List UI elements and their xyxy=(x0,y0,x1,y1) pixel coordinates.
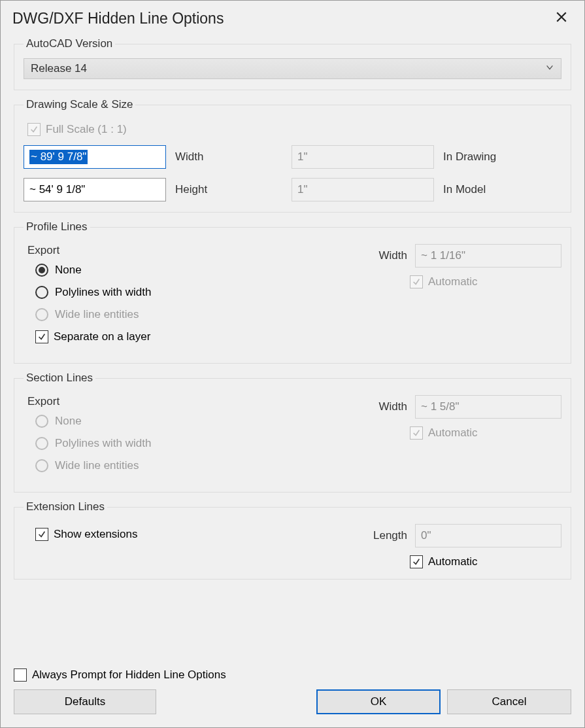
profile-wide-label: Wide line entities xyxy=(55,308,139,321)
profile-export-label: Export xyxy=(27,244,372,257)
extension-lines-group: Extension Lines Show extensions Length 0… xyxy=(14,500,571,580)
defaults-button[interactable]: Defaults xyxy=(14,689,156,714)
extension-automatic-label: Automatic xyxy=(428,555,478,568)
height-label: Height xyxy=(166,183,292,196)
profile-automatic-label: Automatic xyxy=(428,275,478,288)
always-prompt-checkbox[interactable] xyxy=(14,668,27,682)
section-none-radio xyxy=(35,415,48,428)
in-model-input: 1" xyxy=(292,178,434,201)
section-none-label: None xyxy=(55,415,82,428)
close-icon xyxy=(556,11,567,23)
extension-length-input: 0" xyxy=(415,524,561,547)
section-export-label: Export xyxy=(27,395,372,408)
profile-none-radio[interactable] xyxy=(35,264,48,277)
always-prompt-label: Always Prompt for Hidden Line Options xyxy=(32,668,226,682)
section-lines-group: Section Lines Export None Polylines with… xyxy=(14,372,571,493)
profile-lines-legend: Profile Lines xyxy=(24,220,90,234)
profile-separate-label: Separate on a layer xyxy=(54,330,150,343)
in-drawing-input: 1" xyxy=(292,145,434,169)
profile-automatic-checkbox xyxy=(410,275,423,288)
dialog-title: DWG/DXF Hidden Line Options xyxy=(12,10,224,27)
in-model-label: In Model xyxy=(434,183,486,196)
extension-automatic-checkbox[interactable] xyxy=(410,555,423,568)
title-bar: DWG/DXF Hidden Line Options xyxy=(1,1,584,35)
profile-lines-group: Profile Lines Export None Polylines with… xyxy=(14,220,571,364)
full-scale-checkbox xyxy=(27,123,41,136)
section-width-input: ~ 1 5/8" xyxy=(415,395,561,419)
ok-button[interactable]: OK xyxy=(316,689,441,714)
profile-wide-radio xyxy=(35,308,48,321)
profile-polylines-label: Polylines with width xyxy=(55,286,151,299)
autocad-version-legend: AutoCAD Version xyxy=(24,37,115,50)
section-lines-legend: Section Lines xyxy=(24,372,95,385)
in-drawing-label: In Drawing xyxy=(434,150,496,164)
drawing-scale-group: Drawing Scale & Size Full Scale (1 : 1) … xyxy=(14,98,571,213)
close-button[interactable] xyxy=(550,7,573,29)
show-extensions-checkbox[interactable] xyxy=(35,528,48,541)
profile-polylines-radio[interactable] xyxy=(35,286,48,299)
chevron-down-icon xyxy=(545,62,554,75)
section-wide-label: Wide line entities xyxy=(55,459,139,472)
section-automatic-checkbox xyxy=(410,426,423,440)
profile-width-input: ~ 1 1/16" xyxy=(415,244,561,268)
cancel-button[interactable]: Cancel xyxy=(447,689,571,714)
drawing-scale-legend: Drawing Scale & Size xyxy=(24,98,135,111)
extension-lines-legend: Extension Lines xyxy=(24,500,107,513)
section-width-label: Width xyxy=(379,400,407,413)
profile-separate-checkbox[interactable] xyxy=(35,330,48,343)
profile-width-label: Width xyxy=(379,249,407,262)
width-input[interactable]: ~ 89' 9 7/8" xyxy=(24,145,166,169)
extension-length-label: Length xyxy=(373,529,407,542)
autocad-version-group: AutoCAD Version Release 14 xyxy=(14,37,571,90)
autocad-version-select[interactable]: Release 14 xyxy=(24,58,561,79)
autocad-version-value: Release 14 xyxy=(31,62,87,75)
profile-none-label: None xyxy=(55,264,82,277)
height-input[interactable]: ~ 54' 9 1/8" xyxy=(24,178,166,201)
show-extensions-label: Show extensions xyxy=(54,528,138,541)
section-wide-radio xyxy=(35,459,48,472)
section-polylines-label: Polylines with width xyxy=(55,437,151,450)
section-automatic-label: Automatic xyxy=(428,426,478,440)
section-polylines-radio xyxy=(35,437,48,450)
width-label: Width xyxy=(166,150,292,164)
full-scale-label: Full Scale (1 : 1) xyxy=(46,123,127,136)
